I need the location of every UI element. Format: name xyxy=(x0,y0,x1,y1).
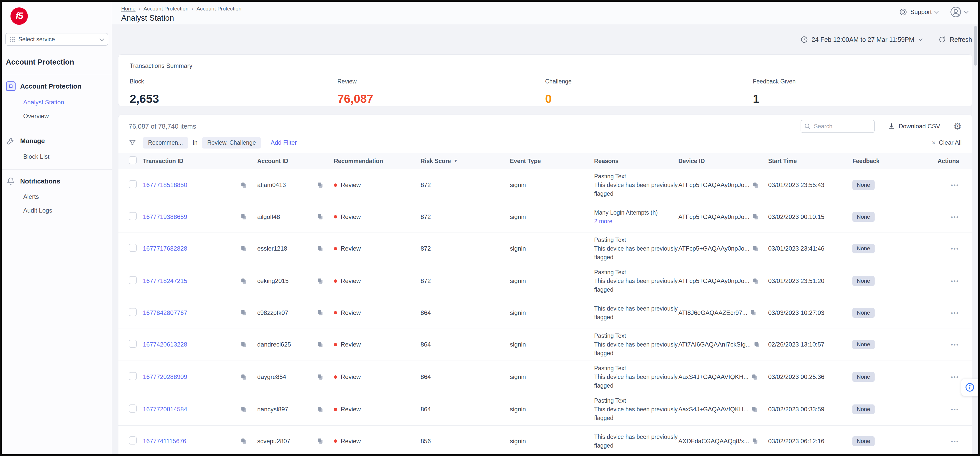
transaction-id-link[interactable]: 1677718247215 xyxy=(143,277,187,284)
help-floating-button[interactable] xyxy=(961,379,978,396)
copy-icon[interactable] xyxy=(751,406,758,413)
copy-icon[interactable] xyxy=(752,245,759,252)
copy-icon[interactable] xyxy=(752,182,759,189)
row-actions-button[interactable]: ••• xyxy=(951,310,959,316)
transaction-id-link[interactable]: 1677719388659 xyxy=(143,213,187,221)
copy-icon[interactable] xyxy=(240,341,247,348)
stat-challenge-value: 0 xyxy=(545,92,753,106)
copy-icon[interactable] xyxy=(317,406,324,413)
reasons-more-link[interactable]: 2 more xyxy=(594,217,678,226)
sidebar-item-alerts[interactable]: Alerts xyxy=(2,193,112,200)
row-actions-button[interactable]: ••• xyxy=(951,245,959,252)
breadcrumb-account-protection[interactable]: Account Protection xyxy=(143,6,188,12)
copy-icon[interactable] xyxy=(317,182,324,189)
copy-icon[interactable] xyxy=(317,245,324,252)
row-actions-button[interactable]: ••• xyxy=(951,438,959,445)
copy-icon[interactable] xyxy=(317,373,324,380)
sidebar-item-analyst-station[interactable]: Analyst Station xyxy=(2,99,112,106)
copy-icon[interactable] xyxy=(240,278,247,284)
transaction-id-link[interactable]: 1677718518850 xyxy=(143,181,187,189)
select-all-checkbox[interactable] xyxy=(129,156,137,164)
col-start-time[interactable]: Start Time xyxy=(768,158,853,165)
copy-icon[interactable] xyxy=(751,373,758,380)
clock-icon xyxy=(800,36,808,43)
row-checkbox[interactable] xyxy=(129,308,137,316)
row-actions-button[interactable]: ••• xyxy=(951,278,959,284)
transaction-id-link[interactable]: 1677720814584 xyxy=(143,406,187,413)
transaction-id-link[interactable]: 1677720288909 xyxy=(143,373,187,380)
col-recommendation[interactable]: Recommendation xyxy=(334,158,421,165)
filter-value-chip[interactable]: Review, Challenge xyxy=(202,137,261,148)
copy-icon[interactable] xyxy=(317,278,324,284)
filter-field-chip[interactable]: Recommen... xyxy=(143,137,188,148)
copy-icon[interactable] xyxy=(240,309,247,316)
copy-icon[interactable] xyxy=(240,406,247,413)
stat-challenge-label[interactable]: Challenge xyxy=(545,78,572,86)
col-reasons[interactable]: Reasons xyxy=(594,158,678,165)
sidebar-section-notifications[interactable]: Notifications xyxy=(2,170,112,186)
account-menu[interactable] xyxy=(950,6,968,18)
copy-icon[interactable] xyxy=(752,438,759,445)
copy-icon[interactable] xyxy=(317,309,324,316)
breadcrumb-home[interactable]: Home xyxy=(121,6,135,12)
copy-icon[interactable] xyxy=(240,438,247,445)
sidebar-item-overview[interactable]: Overview xyxy=(2,113,112,120)
copy-icon[interactable] xyxy=(317,213,324,220)
sidebar-section-manage[interactable]: Manage xyxy=(2,129,112,145)
row-actions-button[interactable]: ••• xyxy=(951,214,959,220)
date-range-picker[interactable]: 24 Feb 12:00AM to 27 Mar 11:59PM xyxy=(800,36,922,43)
support-menu[interactable]: Support xyxy=(899,8,938,16)
stat-block-label[interactable]: Block xyxy=(130,78,144,86)
stat-feedback-label[interactable]: Feedback Given xyxy=(753,78,795,86)
stat-review-label[interactable]: Review xyxy=(337,78,356,86)
add-filter-button[interactable]: Add Filter xyxy=(270,139,297,146)
top-header: Home › Account Protection › Account Prot… xyxy=(112,2,978,24)
copy-icon[interactable] xyxy=(752,213,759,220)
copy-icon[interactable] xyxy=(240,373,247,380)
row-checkbox[interactable] xyxy=(129,340,137,348)
select-service-dropdown[interactable]: Select service xyxy=(5,33,108,46)
copy-icon[interactable] xyxy=(240,213,247,220)
copy-icon[interactable] xyxy=(752,278,759,284)
copy-icon[interactable] xyxy=(240,182,247,189)
refresh-button[interactable]: Refresh xyxy=(939,36,972,43)
copy-icon[interactable] xyxy=(753,341,760,348)
col-transaction-id[interactable]: Transaction ID xyxy=(143,158,257,165)
vertical-scrollbar[interactable] xyxy=(974,26,977,65)
copy-icon[interactable] xyxy=(240,245,247,252)
gear-icon[interactable]: ⚙ xyxy=(953,122,962,131)
transaction-id-link[interactable]: 1677717682828 xyxy=(143,245,187,252)
sidebar-item-audit-logs[interactable]: Audit Logs xyxy=(2,207,112,214)
row-checkbox[interactable] xyxy=(129,244,137,252)
clear-all-button[interactable]: × Clear All xyxy=(932,139,962,147)
search-input[interactable] xyxy=(800,120,875,133)
transaction-id-link[interactable]: 1677842807767 xyxy=(143,309,187,316)
transaction-id-link[interactable]: 1677420613228 xyxy=(143,341,187,348)
sidebar-item-block-list[interactable]: Block List xyxy=(2,153,112,160)
col-device-id[interactable]: Device ID xyxy=(678,158,768,165)
row-actions-button[interactable]: ••• xyxy=(951,182,959,188)
row-checkbox[interactable] xyxy=(129,404,137,413)
col-account-id[interactable]: Account ID xyxy=(257,158,334,165)
recommendation-dot-icon xyxy=(334,439,337,443)
col-risk-score[interactable]: Risk Score xyxy=(421,158,451,165)
row-actions-button[interactable]: ••• xyxy=(951,342,959,348)
copy-icon[interactable] xyxy=(317,438,324,445)
col-event-type[interactable]: Event Type xyxy=(510,158,594,165)
transaction-id-link[interactable]: 1677741115676 xyxy=(143,438,186,445)
row-checkbox[interactable] xyxy=(129,372,137,380)
col-feedback[interactable]: Feedback xyxy=(853,158,922,165)
sort-desc-icon[interactable]: ▼ xyxy=(453,159,458,164)
copy-icon[interactable] xyxy=(317,341,324,348)
copy-icon[interactable] xyxy=(750,309,757,316)
row-actions-button[interactable]: ••• xyxy=(951,406,959,413)
row-checkbox[interactable] xyxy=(129,180,137,188)
row-checkbox[interactable] xyxy=(129,212,137,220)
sidebar-section-account-protection[interactable]: Account Protection xyxy=(2,74,112,91)
row-checkbox[interactable] xyxy=(129,276,137,284)
risk-score: 872 xyxy=(421,213,510,221)
row-checkbox[interactable] xyxy=(129,436,137,445)
reasons-cell: Pasting TextThis device has been previou… xyxy=(594,332,678,357)
download-csv-button[interactable]: Download CSV xyxy=(888,123,940,130)
row-actions-button[interactable]: ••• xyxy=(951,374,959,380)
